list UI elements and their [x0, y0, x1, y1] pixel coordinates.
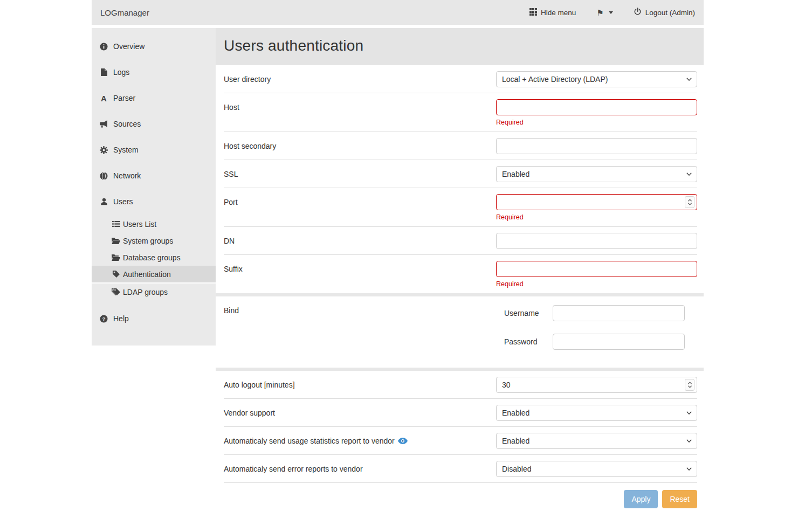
usage-statistics-select[interactable]: Enabled — [496, 433, 697, 449]
sidebar-item-label: Overview — [113, 42, 145, 51]
host-secondary-input[interactable] — [496, 138, 697, 154]
sidebar-item-label: Sources — [113, 120, 141, 128]
sidebar-item-network[interactable]: Network — [92, 163, 216, 189]
folder-icon — [111, 237, 121, 244]
sidebar-item-overview[interactable]: Overview — [92, 33, 216, 59]
gear-icon — [99, 146, 108, 154]
suffix-label: Suffix — [224, 261, 496, 273]
sidebar-item-label: Network — [113, 171, 141, 180]
grid-icon — [529, 8, 537, 17]
form-row-usage-statistics: Automaticaly send usage statistics repor… — [224, 427, 697, 455]
tags-icon — [111, 288, 121, 296]
host-error: Required — [496, 119, 697, 126]
sidebar-item-users-list[interactable]: Users List — [92, 216, 216, 232]
ssl-select[interactable]: Enabled — [496, 166, 697, 182]
number-spinner[interactable] — [685, 196, 694, 208]
reset-button[interactable]: Reset — [662, 490, 697, 508]
dn-label: DN — [224, 233, 496, 245]
number-spinner[interactable] — [685, 379, 694, 391]
usage-statistics-label: Automaticaly send usage statistics repor… — [224, 437, 395, 445]
sidebar-item-label: LDAP groups — [123, 288, 168, 296]
file-icon — [99, 68, 108, 76]
suffix-input[interactable] — [496, 261, 697, 277]
ssl-label: SSL — [224, 166, 496, 178]
bind-password-input[interactable] — [553, 334, 685, 350]
brand-logo: LOGmanager — [100, 8, 149, 17]
hide-menu-label: Hide menu — [541, 9, 576, 17]
user-directory-value: Local + Active Directory (LDAP) — [502, 75, 608, 84]
user-icon — [99, 198, 108, 205]
form-row-bind: Bind Username Password — [224, 296, 697, 368]
logout-label: Logout (Admin) — [645, 9, 695, 17]
form-row-suffix: Suffix Required — [224, 255, 697, 293]
authentication-form: User directory Local + Active Directory … — [216, 65, 704, 522]
apply-button[interactable]: Apply — [624, 490, 658, 508]
bind-username-row: Username — [496, 305, 697, 321]
hide-menu-button[interactable]: Hide menu — [529, 8, 576, 17]
suffix-error: Required — [496, 280, 697, 288]
tag-icon — [111, 270, 121, 278]
sidebar-item-label: Help — [113, 314, 129, 323]
sidebar-item-authentication[interactable]: Authentication — [92, 266, 216, 284]
port-input[interactable] — [496, 194, 697, 210]
error-reports-select[interactable]: Disabled — [496, 461, 697, 477]
sidebar-item-label: Users — [113, 197, 133, 206]
sidebar-item-label: Users List — [123, 220, 156, 229]
sidebar-item-sources[interactable]: Sources — [92, 111, 216, 137]
sidebar-item-users[interactable]: Users — [92, 189, 216, 215]
sidebar-item-label: Authentication — [123, 270, 171, 279]
bind-username-input[interactable] — [553, 305, 685, 321]
form-actions: Apply Reset — [224, 483, 697, 514]
bind-label: Bind — [224, 305, 496, 315]
main-content: Users authentication User directory Loca… — [216, 28, 704, 522]
power-icon — [634, 8, 642, 17]
logout-button[interactable]: Logout (Admin) — [634, 8, 695, 17]
bind-password-label: Password — [496, 337, 553, 346]
port-error: Required — [496, 213, 697, 221]
usage-statistics-value: Enabled — [502, 437, 529, 445]
bind-password-row: Password — [496, 334, 697, 350]
form-row-host-secondary: Host secondary — [224, 132, 697, 160]
info-icon — [99, 43, 108, 51]
user-directory-select[interactable]: Local + Active Directory (LDAP) — [496, 71, 697, 87]
sidebar-item-ldap-groups[interactable]: LDAP groups — [92, 284, 216, 300]
megaphone-icon — [99, 120, 108, 128]
top-navbar: LOGmanager Hide menu ⚑ — [92, 0, 704, 25]
topbar-actions: Hide menu ⚑ Logout (Admin) — [529, 8, 695, 17]
host-input[interactable] — [496, 99, 697, 115]
sidebar-item-parser[interactable]: A Parser — [92, 85, 216, 111]
chevron-down-icon — [686, 467, 692, 471]
form-row-host: Host Required — [224, 93, 697, 132]
bind-username-label: Username — [496, 309, 553, 317]
question-icon: ? — [99, 315, 108, 323]
sidebar: Overview Logs A Parser Sources — [92, 28, 216, 346]
auto-logout-label: Auto logout [minutes] — [224, 377, 496, 389]
sidebar-item-system[interactable]: System — [92, 137, 216, 163]
vendor-support-value: Enabled — [502, 409, 529, 417]
list-icon — [111, 220, 121, 227]
language-dropdown[interactable]: ⚑ — [596, 9, 613, 17]
sidebar-item-label: System — [113, 146, 139, 154]
sidebar-item-logs[interactable]: Logs — [92, 59, 216, 85]
error-reports-value: Disabled — [502, 465, 531, 473]
form-row-ssl: SSL Enabled — [224, 160, 697, 188]
user-directory-label: User directory — [224, 71, 496, 84]
host-secondary-label: Host secondary — [224, 138, 496, 150]
sidebar-item-label: Logs — [113, 68, 129, 77]
sidebar-item-database-groups[interactable]: Database groups — [92, 249, 216, 266]
ssl-value: Enabled — [502, 170, 529, 178]
sidebar-item-label: Database groups — [123, 253, 181, 262]
auto-logout-input[interactable] — [496, 377, 697, 393]
font-icon: A — [99, 94, 108, 102]
chevron-down-icon — [686, 172, 692, 176]
chevron-down-icon — [686, 439, 692, 443]
globe-icon — [99, 172, 108, 180]
sidebar-item-help[interactable]: ? Help — [92, 306, 216, 331]
sidebar-item-system-groups[interactable]: System groups — [92, 232, 216, 249]
dn-input[interactable] — [496, 233, 697, 249]
page-title: Users authentication — [224, 37, 696, 54]
port-label: Port — [224, 194, 496, 206]
vendor-support-select[interactable]: Enabled — [496, 405, 697, 421]
sidebar-item-label: Parser — [113, 94, 135, 102]
form-row-dn: DN — [224, 227, 697, 255]
